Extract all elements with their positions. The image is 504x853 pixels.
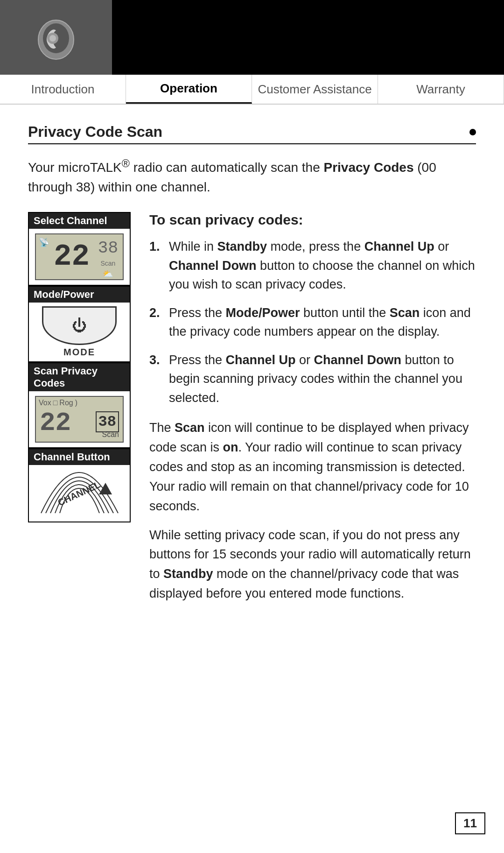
para1-on-bold: on	[223, 440, 238, 454]
scan-right-info: 38 Scan	[96, 411, 119, 432]
para1-scan-bold: Scan	[175, 421, 205, 435]
scan-top-icons: Vox □ Rog )	[39, 399, 77, 407]
para-2: While setting privacy code scan, if you …	[149, 526, 476, 604]
tab-warranty[interactable]: Warranty	[378, 75, 504, 104]
two-column-layout: Select Channel 📡 22 38 Scan ⛅	[28, 212, 476, 613]
header	[0, 0, 504, 75]
tab-customer-assistance[interactable]: Customer Assistance	[252, 75, 378, 104]
step-1-bold3: Channel Down	[169, 259, 257, 273]
step-3-bold1: Channel Up	[226, 353, 296, 367]
mode-power-shape-container: ⏻ MODE	[35, 306, 124, 358]
step-2-text: Press the Mode/Power button until the Sc…	[169, 303, 476, 341]
left-column: Select Channel 📡 22 38 Scan ⛅	[28, 212, 131, 522]
scan-privacy-box: Scan Privacy Codes Vox □ Rog ) 22 38 Sca…	[28, 362, 131, 448]
step-1: 1. While in Standby mode, press the Chan…	[149, 237, 476, 294]
mode-label: MODE	[63, 347, 95, 358]
tab-introduction[interactable]: Introduction	[0, 75, 126, 104]
scan-privacy-code: 38	[96, 411, 119, 432]
para-1: The Scan icon will continue to be displa…	[149, 418, 476, 516]
select-channel-box: Select Channel 📡 22 38 Scan ⛅	[28, 212, 131, 286]
logo-area	[0, 0, 112, 75]
scan-lcd-display: Vox □ Rog ) 22 38 Scan	[35, 396, 124, 443]
header-right	[112, 0, 504, 75]
step-1-text: While in Standby mode, press the Channel…	[169, 237, 476, 294]
step-3-text: Press the Channel Up or Channel Down but…	[169, 351, 476, 408]
select-channel-img: 📡 22 38 Scan ⛅	[29, 229, 130, 285]
steps-list: 1. While in Standby mode, press the Chan…	[149, 237, 476, 407]
intro-paragraph: Your microTALK® radio can automatically …	[28, 155, 476, 197]
step-3-num: 3.	[149, 351, 162, 408]
section-title: Privacy Code Scan	[28, 123, 476, 144]
channel-button-img: CHANNEL	[29, 465, 130, 522]
svg-point-3	[49, 35, 56, 42]
main-content: Privacy Code Scan Your microTALK® radio …	[0, 105, 504, 650]
step-2-bold2: Scan	[390, 306, 420, 320]
channel-button-label: Channel Button	[29, 449, 130, 465]
power-symbol-icon: ⏻	[72, 317, 87, 334]
scan-privacy-label: Scan Privacy Codes	[29, 363, 130, 391]
lcd-display-channel: 📡 22 38 Scan ⛅	[35, 233, 124, 280]
scan-privacy-img: Vox □ Rog ) 22 38 Scan	[29, 391, 130, 447]
channel-button-svg: CHANNEL	[36, 469, 123, 518]
right-column: To scan privacy codes: 1. While in Stand…	[149, 212, 476, 613]
step-3: 3. Press the Channel Up or Channel Down …	[149, 351, 476, 408]
step-2-bold1: Mode/Power	[226, 306, 300, 320]
signal-indicator: 📡	[39, 237, 49, 247]
para2-standby-bold: Standby	[163, 567, 213, 581]
scan-icon-label: Scan	[102, 430, 119, 439]
step-2: 2. Press the Mode/Power button until the…	[149, 303, 476, 341]
mode-power-shape: ⏻	[42, 306, 117, 345]
instructions-title: To scan privacy codes:	[149, 212, 476, 228]
scan-text: Scan	[100, 260, 115, 267]
page-number: 11	[455, 812, 485, 834]
select-channel-label: Select Channel	[29, 213, 130, 229]
title-dot	[469, 129, 476, 135]
tab-operation[interactable]: Operation	[126, 75, 252, 104]
mode-power-box-outer: Mode/Power ⏻ MODE	[28, 286, 131, 362]
scan-big-number: 22	[40, 408, 71, 438]
lcd-sub-number: 38	[98, 235, 118, 258]
nav-tabs: Introduction Operation Customer Assistan…	[0, 75, 504, 105]
step-1-num: 1.	[149, 237, 162, 294]
step-1-bold2: Channel Up	[364, 240, 434, 254]
logo-icon	[35, 14, 77, 61]
mode-power-img: ⏻ MODE	[29, 303, 130, 361]
lcd-right-info: 38 Scan ⛅	[98, 235, 118, 279]
step-2-num: 2.	[149, 303, 162, 341]
step-1-bold1: Standby	[217, 240, 267, 254]
weather-icon: ⛅	[103, 269, 113, 279]
channel-button-box: Channel Button CHANNEL	[28, 448, 131, 522]
step-3-bold2: Channel Down	[314, 353, 402, 367]
mode-power-label: Mode/Power	[29, 287, 130, 303]
lcd-main-number: 22	[54, 242, 90, 272]
